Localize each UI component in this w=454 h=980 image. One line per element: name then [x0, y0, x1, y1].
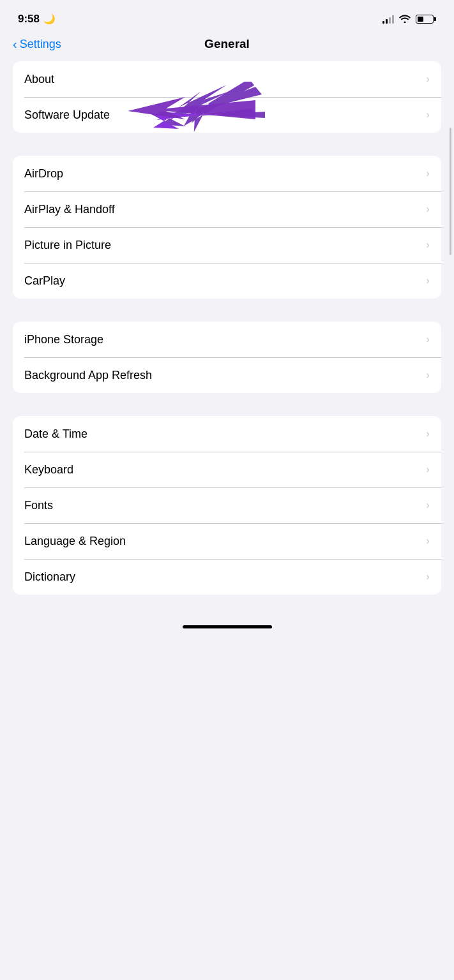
language-region-label: Language & Region — [24, 535, 126, 548]
settings-group-3: iPhone Storage › Background App Refresh … — [13, 322, 441, 393]
iphone-storage-row[interactable]: iPhone Storage › — [13, 322, 441, 357]
fonts-chevron-icon: › — [426, 499, 430, 512]
status-icons — [382, 14, 436, 25]
picture-in-picture-row[interactable]: Picture in Picture › — [13, 227, 441, 263]
page-title: General — [204, 37, 250, 51]
airdrop-chevron-icon: › — [426, 167, 430, 180]
background-app-refresh-label: Background App Refresh — [24, 369, 152, 382]
software-update-label: Software Update — [24, 108, 110, 122]
airplay-handoff-chevron-icon: › — [426, 203, 430, 216]
signal-bar-1 — [382, 21, 384, 24]
fonts-row[interactable]: Fonts › — [13, 487, 441, 523]
airplay-handoff-label: AirPlay & Handoff — [24, 203, 115, 216]
signal-bar-4 — [392, 15, 394, 24]
fonts-label: Fonts — [24, 499, 53, 512]
about-label: About — [24, 73, 54, 86]
status-bar: 9:58 🌙 — [0, 0, 454, 34]
software-update-chevron-icon: › — [426, 108, 430, 121]
about-chevron-icon: › — [426, 73, 430, 85]
scrollbar[interactable] — [450, 128, 451, 255]
settings-group-4: Date & Time › Keyboard › Fonts › Languag… — [13, 416, 441, 595]
background-app-refresh-chevron-icon: › — [426, 369, 430, 382]
language-region-chevron-icon: › — [426, 535, 430, 547]
background-app-refresh-row[interactable]: Background App Refresh › — [13, 357, 441, 393]
date-time-row[interactable]: Date & Time › — [13, 416, 441, 452]
date-time-chevron-icon: › — [426, 427, 430, 440]
picture-in-picture-label: Picture in Picture — [24, 239, 111, 252]
dictionary-row[interactable]: Dictionary › — [13, 559, 441, 595]
signal-icon — [382, 15, 394, 24]
iphone-storage-label: iPhone Storage — [24, 333, 103, 346]
dictionary-chevron-icon: › — [426, 570, 430, 583]
battery-icon — [416, 15, 436, 24]
back-chevron-icon: ‹ — [13, 38, 17, 50]
keyboard-label: Keyboard — [24, 463, 73, 477]
nav-bar: ‹ Settings General — [0, 34, 454, 61]
moon-icon: 🌙 — [43, 13, 56, 25]
time-label: 9:58 — [18, 13, 40, 26]
back-button[interactable]: ‹ Settings — [13, 38, 61, 51]
home-bar — [183, 625, 272, 628]
airplay-handoff-row[interactable]: AirPlay & Handoff › — [13, 191, 441, 227]
iphone-storage-chevron-icon: › — [426, 333, 430, 346]
signal-bar-2 — [386, 19, 388, 24]
date-time-label: Date & Time — [24, 427, 87, 441]
airdrop-label: AirDrop — [24, 167, 63, 181]
back-label: Settings — [20, 38, 61, 51]
about-row[interactable]: About › — [13, 61, 441, 97]
settings-content: About › Software Update › AirDrop › AirP… — [0, 61, 454, 595]
signal-bar-3 — [389, 17, 391, 24]
wifi-icon — [399, 14, 411, 25]
home-indicator — [0, 618, 454, 636]
keyboard-row[interactable]: Keyboard › — [13, 452, 441, 487]
settings-group-1: About › Software Update › — [13, 61, 441, 133]
dictionary-label: Dictionary — [24, 570, 75, 584]
carplay-chevron-icon: › — [426, 274, 430, 287]
keyboard-chevron-icon: › — [426, 463, 430, 476]
picture-in-picture-chevron-icon: › — [426, 239, 430, 251]
language-region-row[interactable]: Language & Region › — [13, 523, 441, 559]
settings-group-2: AirDrop › AirPlay & Handoff › Picture in… — [13, 156, 441, 299]
airdrop-row[interactable]: AirDrop › — [13, 156, 441, 191]
carplay-label: CarPlay — [24, 274, 65, 288]
status-time: 9:58 🌙 — [18, 13, 56, 26]
software-update-row[interactable]: Software Update › — [13, 97, 441, 133]
carplay-row[interactable]: CarPlay › — [13, 263, 441, 299]
